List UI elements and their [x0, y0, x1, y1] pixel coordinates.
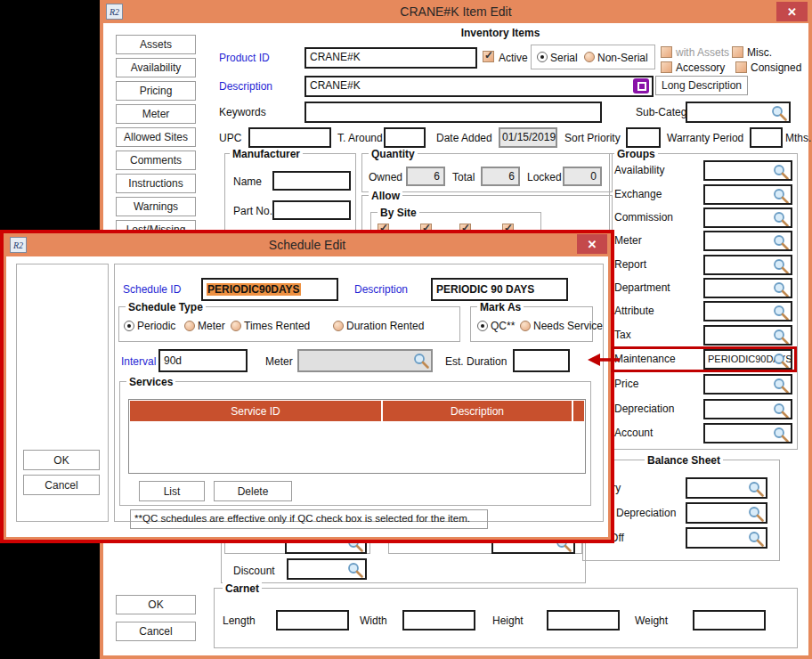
groups-field-depreciation[interactable]: [703, 399, 792, 419]
search-icon[interactable]: [772, 402, 790, 419]
groups-field-account[interactable]: [703, 423, 792, 443]
part-no-label: Part No.: [233, 205, 272, 217]
search-icon[interactable]: [772, 304, 790, 321]
schedule-id-label: Schedule ID: [123, 283, 181, 296]
expand-description-icon[interactable]: [633, 78, 649, 94]
groups-field-maintenance[interactable]: PERIODIC90DAYS: [703, 349, 792, 370]
search-icon[interactable]: [770, 104, 788, 122]
manufacturer-name-input[interactable]: [272, 171, 351, 191]
search-icon[interactable]: [772, 233, 790, 251]
dialog-description-input[interactable]: PERIODIC 90 DAYS: [431, 278, 568, 301]
interval-input[interactable]: 90d: [158, 349, 248, 372]
sidebar-button-availability[interactable]: Availability: [116, 58, 196, 77]
sidebar-button-meter[interactable]: Meter: [116, 104, 196, 124]
t-around-input[interactable]: [384, 127, 426, 148]
dialog-description-label: Description: [354, 283, 408, 296]
discount-field[interactable]: [287, 558, 367, 580]
serial-radio[interactable]: [537, 52, 548, 62]
groups-label-account: Account: [614, 427, 653, 439]
dialog-ok-button[interactable]: OK: [23, 450, 100, 470]
schedule-type-radio-meter[interactable]: [184, 321, 195, 331]
search-icon[interactable]: [412, 352, 430, 370]
groups-field-tax[interactable]: [703, 325, 792, 346]
balance-field-inventory[interactable]: [686, 477, 767, 499]
warranty-period-input[interactable]: [750, 127, 783, 148]
misc-checkbox[interactable]: [732, 46, 743, 58]
with-assets-checkbox[interactable]: [661, 46, 672, 58]
schedule-id-input[interactable]: PERIODIC90DAYS: [201, 278, 338, 301]
balance-field-depreciation[interactable]: [686, 502, 767, 524]
sidebar-button-assets[interactable]: Assets: [116, 35, 196, 54]
mark-as-radio-qc-[interactable]: [477, 321, 488, 331]
services-table[interactable]: Service IDDescription: [128, 399, 586, 474]
services-column-header: Description: [383, 401, 572, 421]
close-icon[interactable]: ✕: [776, 2, 808, 21]
search-icon[interactable]: [772, 328, 790, 346]
sort-priority-input[interactable]: [626, 127, 661, 148]
carnet-input-width[interactable]: [402, 610, 475, 631]
groups-label-meter: Meter: [614, 234, 642, 247]
schedule-type-radio-duration-rented[interactable]: [333, 321, 344, 331]
search-icon[interactable]: [747, 480, 765, 498]
sidebar-button-pricing[interactable]: Pricing: [116, 81, 196, 101]
sidebar-button-allowed-sites[interactable]: Allowed Sites: [116, 127, 196, 147]
search-icon[interactable]: [772, 352, 790, 370]
groups-field-exchange[interactable]: [703, 184, 792, 205]
sidebar-button-comments[interactable]: Comments: [116, 151, 196, 170]
close-icon[interactable]: ✕: [577, 234, 607, 254]
mark-as-radio-needs-service[interactable]: [520, 321, 531, 331]
search-icon[interactable]: [346, 561, 364, 579]
cancel-button[interactable]: Cancel: [116, 622, 196, 641]
schedule-edit-titlebar: R2 Schedule Edit: [4, 233, 611, 256]
search-icon[interactable]: [747, 505, 765, 523]
search-icon[interactable]: [772, 281, 790, 298]
balance-field-write-off[interactable]: [686, 527, 767, 549]
search-icon[interactable]: [772, 210, 790, 228]
ok-button[interactable]: OK: [116, 595, 196, 614]
part-no-input[interactable]: [272, 200, 351, 220]
schedule-type-radio-periodic[interactable]: [124, 321, 134, 331]
dialog-cancel-button[interactable]: Cancel: [23, 475, 100, 495]
groups-label-department: Department: [614, 281, 670, 294]
search-icon[interactable]: [772, 257, 790, 275]
non-serial-radio[interactable]: [584, 52, 595, 62]
delete-button[interactable]: Delete: [214, 481, 292, 501]
search-icon[interactable]: [772, 426, 790, 443]
groups-field-report[interactable]: [703, 255, 792, 275]
dialog-title: Schedule Edit: [4, 238, 611, 252]
carnet-input-height[interactable]: [547, 610, 620, 631]
sidebar-button-warnings[interactable]: Warnings: [116, 197, 196, 216]
groups-field-price[interactable]: [703, 374, 792, 395]
search-icon[interactable]: [772, 187, 790, 205]
accessory-checkbox[interactable]: [661, 61, 672, 73]
carnet-input-weight[interactable]: [693, 610, 766, 631]
groups-field-department[interactable]: [703, 278, 792, 298]
screen: R2 CRANE#K Item Edit ✕ Inventory Items O…: [0, 0, 812, 659]
groups-field-commission[interactable]: [703, 207, 792, 228]
product-id-input[interactable]: CRANE#K: [304, 47, 477, 69]
carnet-label-weight: Weight: [635, 614, 668, 627]
mark-as-label: Needs Service: [533, 320, 603, 332]
long-description-button[interactable]: Long Description: [655, 76, 748, 95]
sidebar-button-instructions[interactable]: Instructions: [116, 174, 196, 193]
groups-field-meter[interactable]: [703, 231, 792, 251]
services-table-header: Service IDDescription: [130, 401, 584, 421]
sub-category-field[interactable]: [686, 102, 791, 123]
balance-sheet-title: Balance Sheet: [645, 454, 723, 467]
groups-label-attribute: Attribute: [614, 305, 654, 317]
consigned-checkbox[interactable]: [735, 61, 747, 73]
schedule-type-radio-times-rented[interactable]: [231, 321, 241, 331]
keywords-input[interactable]: [304, 102, 602, 123]
active-checkbox[interactable]: [483, 51, 494, 62]
upc-input[interactable]: [248, 127, 331, 148]
groups-field-availability[interactable]: [703, 160, 792, 181]
search-icon[interactable]: [747, 530, 765, 548]
carnet-input-length[interactable]: [276, 610, 349, 631]
est-duration-input[interactable]: [513, 349, 570, 372]
accessory-label: Accessory: [676, 61, 725, 74]
description-input[interactable]: CRANE#K: [304, 76, 654, 97]
groups-field-attribute[interactable]: [703, 301, 792, 321]
search-icon[interactable]: [772, 377, 790, 395]
list-button[interactable]: List: [139, 481, 205, 501]
search-icon[interactable]: [772, 163, 790, 181]
